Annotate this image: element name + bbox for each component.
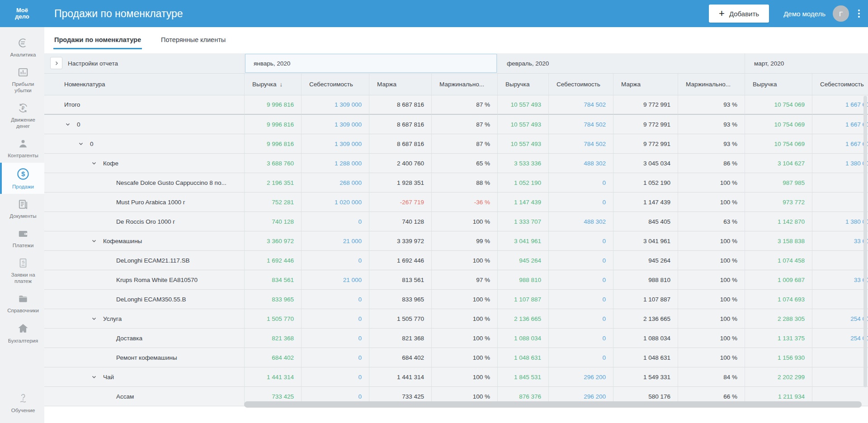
sidebar-item-cash-flow[interactable]: ₽ Движение денег [0, 98, 44, 133]
value-cell: 3 045 034 [613, 154, 678, 173]
value-cell: 21 000 [301, 270, 369, 290]
column-header-metric[interactable]: Маржинально... [431, 74, 497, 95]
sidebar-item-directories[interactable]: Справочники [0, 288, 44, 318]
add-button[interactable]: + Добавить [709, 5, 769, 23]
chevron-down-icon[interactable] [91, 374, 103, 380]
nomenclature-cell[interactable]: De Roccis Oro 1000 г [44, 212, 244, 231]
sidebar-item-documents[interactable]: Документы [0, 194, 44, 223]
value-cell: 100 % [431, 212, 497, 231]
column-header-metric[interactable]: Выручка [745, 74, 812, 95]
value-cell: 1 928 351 [369, 173, 431, 193]
nomenclature-cell[interactable]: Must Puro Arabica 1000 г [44, 193, 244, 212]
value-cell: 1 692 446 [369, 251, 431, 270]
value-cell: 0 [301, 290, 369, 309]
value-cell: 1 147 439 [613, 193, 678, 212]
value-cell: 945 264 [613, 251, 678, 270]
value-cell: 0 [301, 212, 369, 231]
column-header-metric[interactable]: Выручка [497, 74, 548, 95]
value-cell: 9 996 816 [244, 115, 301, 134]
nomenclature-cell[interactable]: DeLonghi ECAM350.55.B [44, 290, 244, 309]
sidebar-item-sales[interactable]: $ Продажи [0, 163, 44, 194]
value-cell: 3 360 972 [244, 231, 301, 251]
sidebar-item-analytics[interactable]: Аналитика [0, 33, 44, 62]
column-header-metric[interactable]: Маржинально... [678, 74, 745, 95]
column-header-metric[interactable]: Себестоимость [812, 74, 868, 95]
chevron-down-icon[interactable] [78, 141, 90, 146]
column-header-nomenclature[interactable]: Номенклатура [44, 74, 244, 95]
horizontal-scrollbar[interactable] [244, 401, 862, 408]
value-cell [812, 290, 868, 309]
nomenclature-cell[interactable]: DeLonghi ECAM21.117.SB [44, 251, 244, 270]
nomenclature-label: Кофе [103, 160, 118, 167]
month-header-march[interactable]: март, 2020 [745, 53, 868, 74]
sidebar-item-accounting[interactable]: Бухгалтерия [0, 318, 44, 348]
value-cell: 1 309 000 [301, 134, 369, 154]
account-name[interactable]: Демо модель [783, 10, 826, 18]
month-header-january[interactable]: январь, 2020 [244, 53, 497, 74]
value-cell: 0 [301, 367, 369, 387]
sidebar-item-training[interactable]: Обучение [0, 388, 44, 418]
value-cell: 0 [548, 231, 613, 251]
chevron-down-icon[interactable] [91, 316, 103, 321]
value-cell: 834 561 [244, 270, 301, 290]
kebab-menu-icon[interactable] [856, 8, 862, 19]
column-header-metric[interactable]: Себестоимость [548, 74, 613, 95]
chevron-down-icon[interactable] [91, 238, 103, 244]
month-header-february[interactable]: февраль, 2020 [497, 53, 745, 74]
analytics-icon [17, 37, 29, 49]
nomenclature-cell[interactable]: Доставка [44, 329, 244, 348]
moe-delo-logo: Моё дело [0, 7, 44, 20]
column-header-metric[interactable]: Маржа [613, 74, 678, 95]
value-cell: 1 052 190 [613, 173, 678, 193]
value-cell: 9 772 991 [613, 95, 678, 115]
nomenclature-cell[interactable]: Кофе [44, 154, 244, 173]
nomenclature-cell[interactable]: 0 [44, 115, 244, 134]
column-header-metric[interactable]: Маржа [369, 74, 431, 95]
value-cell: 2 288 305 [745, 309, 812, 329]
tab-sales-by-nomenclature[interactable]: Продажи по номенклатуре [53, 28, 142, 52]
column-header-metric[interactable]: Себестоимость [301, 74, 369, 95]
value-cell: 1 156 930 [745, 348, 812, 367]
nomenclature-cell[interactable]: Кофемашины [44, 231, 244, 251]
value-cell: 2 400 760 [369, 154, 431, 173]
nomenclature-cell[interactable]: Итого [44, 95, 244, 115]
chevron-down-icon[interactable] [91, 160, 103, 166]
value-cell: 1 309 000 [301, 95, 369, 115]
value-cell: 1 667 600 [812, 115, 868, 134]
value-cell: 100 % [678, 270, 745, 290]
value-cell: 1 142 870 [745, 212, 812, 231]
nomenclature-cell[interactable]: Чай [44, 367, 244, 387]
sidebar-item-payment-requests[interactable]: S Заявки на платеж [0, 253, 44, 288]
nomenclature-cell[interactable]: Услуга [44, 309, 244, 329]
sidebar-item-profit-loss[interactable]: Прибыли убытки [0, 62, 44, 98]
value-cell: 740 128 [244, 212, 301, 231]
value-cell: 1 088 034 [497, 329, 548, 348]
report-settings-header: Настройки отчета [44, 53, 244, 74]
value-cell [812, 173, 868, 193]
value-cell: 86 % [678, 154, 745, 173]
nomenclature-cell[interactable]: Ассам [44, 387, 244, 406]
nomenclature-cell[interactable]: Ремонт кофемашины [44, 348, 244, 367]
nomenclature-label: De Roccis Oro 1000 г [116, 218, 175, 225]
nomenclature-cell[interactable]: Nescafe Dolce Gusto Cappuccino 8 по... [44, 173, 244, 193]
nomenclature-cell[interactable]: 0 [44, 134, 244, 154]
value-cell: 8 687 816 [369, 115, 431, 134]
value-cell: 1 088 034 [613, 329, 678, 348]
vertical-scrollbar[interactable] [863, 96, 867, 387]
sort-desc-icon: ↓ [280, 81, 283, 88]
expand-settings-button[interactable] [50, 57, 62, 69]
chevron-down-icon[interactable] [65, 122, 77, 127]
value-cell: 0 [548, 348, 613, 367]
value-cell: 8 687 816 [369, 95, 431, 115]
avatar[interactable]: Г [833, 5, 849, 22]
sidebar-item-payments[interactable]: Платежи [0, 223, 44, 253]
value-cell: 93 % [678, 115, 745, 134]
column-header-metric[interactable]: Выручка↓ [244, 74, 301, 95]
report-grid: Итого9 996 8161 309 0008 687 81687 %10 5… [44, 95, 868, 406]
nomenclature-cell[interactable]: Krups Roma White EA810570 [44, 270, 244, 290]
tab-lost-clients[interactable]: Потерянные клиенты [160, 28, 226, 52]
value-cell: 1 107 887 [497, 290, 548, 309]
value-cell [812, 367, 868, 387]
sidebar-item-contractors[interactable]: Контрагенты [0, 133, 44, 163]
value-cell: 988 810 [613, 270, 678, 290]
